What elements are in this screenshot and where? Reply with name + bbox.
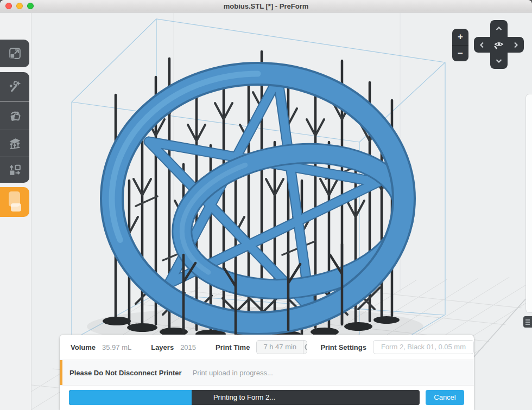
scale-icon [8, 46, 22, 61]
zoom-out-button[interactable]: − [452, 45, 468, 61]
chevron-left-icon [480, 42, 484, 48]
orbit-up-button[interactable] [490, 20, 508, 37]
refresh-print-time-button[interactable] [303, 341, 307, 354]
layers-label: Layers [151, 343, 174, 351]
supports-icon [8, 136, 22, 151]
print-time-label: Print Time [216, 343, 250, 351]
upload-progress-bar: Printing to Form 2... [69, 390, 420, 405]
layout-icon [8, 163, 22, 177]
orbit-left-button[interactable] [474, 37, 490, 53]
orbit-right-button[interactable] [508, 37, 524, 53]
layers-value: 2015 [180, 343, 196, 351]
orbit-eye-icon [493, 40, 505, 50]
print-settings-label: Print Settings [320, 343, 366, 351]
refresh-icon [303, 342, 307, 352]
tool-one-click-print-button[interactable] [0, 72, 29, 101]
print-status-panel: Volume 35.97 mL Layers 2015 Print Time 7… [60, 335, 474, 410]
print-time-box: 7 h 47 min [256, 340, 307, 354]
warning-accent-stripe [60, 360, 62, 385]
titlebar: mobius.STL [*] - PreForm [0, 0, 532, 12]
warning-message: Print upload in progress... [193, 369, 273, 377]
print-info-bar: Volume 35.97 mL Layers 2015 Print Time 7… [60, 335, 474, 360]
tool-size-button[interactable] [0, 40, 29, 67]
print-time-value: 7 h 47 min [257, 341, 303, 354]
chevron-up-icon [496, 27, 502, 31]
cancel-button[interactable]: Cancel [426, 390, 464, 405]
orbit-down-button[interactable] [490, 53, 508, 69]
tool-layout-button[interactable] [0, 157, 29, 183]
preform-window: mobius.STL [*] - PreForm [0, 0, 532, 410]
progress-status-label: Printing to Form 2... [69, 390, 420, 405]
window-title: mobius.STL [*] - PreForm [0, 0, 532, 12]
print-cartridge-icon [0, 188, 29, 217]
layer-slider-track[interactable] [525, 94, 532, 313]
orbit-reset-button[interactable] [490, 37, 508, 53]
magic-wand-icon [8, 79, 22, 94]
chevron-right-icon [514, 42, 518, 48]
volume-value: 35.97 mL [102, 343, 131, 351]
progress-row: Printing to Form 2... Cancel [60, 386, 474, 410]
layer-slider-handle[interactable] [523, 316, 532, 328]
tool-sidebar [0, 13, 31, 410]
printer-warning-banner: Please Do Not Disconnect Printer Print u… [60, 360, 474, 386]
chevron-down-icon [496, 59, 502, 63]
zoom-in-button[interactable]: + [452, 29, 468, 45]
volume-label: Volume [71, 343, 96, 351]
warning-title: Please Do Not Disconnect Printer [69, 369, 182, 377]
print-settings-value-box[interactable]: Form 2, Black 01, 0.05 mm [373, 340, 474, 354]
tool-supports-button[interactable] [0, 130, 29, 157]
tool-print-button-active[interactable] [0, 187, 29, 217]
rotate-icon [8, 108, 22, 123]
tool-orientation-button[interactable] [0, 101, 29, 130]
zoom-control: + − [452, 29, 468, 61]
